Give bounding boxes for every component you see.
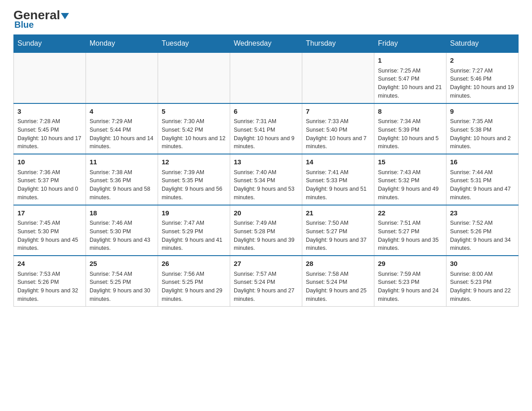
calendar-cell — [14, 52, 86, 103]
day-number: 4 — [90, 107, 154, 117]
day-info: Sunrise: 7:50 AM — [306, 219, 370, 227]
day-info: Daylight: 10 hours and 2 minutes. — [450, 134, 515, 151]
day-info: Daylight: 9 hours and 58 minutes. — [90, 185, 154, 202]
day-info: Daylight: 10 hours and 0 minutes. — [17, 185, 82, 202]
day-info: Sunrise: 7:36 AM — [17, 168, 82, 177]
day-number: 22 — [378, 208, 442, 218]
day-info: Sunset: 5:25 PM — [90, 278, 154, 287]
day-info: Daylight: 10 hours and 17 minutes. — [17, 134, 82, 151]
calendar-cell: 1Sunrise: 7:25 AMSunset: 5:47 PMDaylight… — [374, 52, 446, 103]
day-info: Daylight: 10 hours and 14 minutes. — [90, 134, 154, 151]
calendar-cell: 29Sunrise: 7:59 AMSunset: 5:23 PMDayligh… — [374, 256, 446, 306]
day-number: 6 — [234, 107, 298, 117]
calendar-cell: 14Sunrise: 7:41 AMSunset: 5:33 PMDayligh… — [302, 154, 374, 205]
day-info: Sunset: 5:40 PM — [306, 126, 370, 134]
day-number: 14 — [306, 157, 370, 167]
day-number: 27 — [234, 259, 298, 269]
calendar-cell: 6Sunrise: 7:31 AMSunset: 5:41 PMDaylight… — [230, 103, 302, 154]
week-row-2: 3Sunrise: 7:28 AMSunset: 5:45 PMDaylight… — [14, 103, 519, 154]
day-info: Sunrise: 7:31 AM — [234, 117, 298, 126]
calendar-cell: 2Sunrise: 7:27 AMSunset: 5:46 PMDaylight… — [446, 52, 519, 103]
calendar-cell — [302, 52, 374, 103]
day-info: Sunrise: 7:28 AM — [17, 117, 82, 126]
day-info: Sunset: 5:38 PM — [450, 126, 515, 134]
day-info: Sunrise: 7:33 AM — [306, 117, 370, 126]
day-header-sunday: Sunday — [14, 35, 86, 53]
calendar-cell: 25Sunrise: 7:54 AMSunset: 5:25 PMDayligh… — [86, 256, 158, 306]
calendar-cell: 12Sunrise: 7:39 AMSunset: 5:35 PMDayligh… — [158, 154, 230, 205]
calendar-cell: 27Sunrise: 7:57 AMSunset: 5:24 PMDayligh… — [230, 256, 302, 306]
day-number: 3 — [17, 107, 82, 117]
day-header-monday: Monday — [86, 35, 158, 53]
calendar-table: SundayMondayTuesdayWednesdayThursdayFrid… — [13, 34, 519, 307]
day-info: Daylight: 9 hours and 27 minutes. — [234, 287, 298, 304]
calendar-cell: 8Sunrise: 7:34 AMSunset: 5:39 PMDaylight… — [374, 103, 446, 154]
day-info: Sunrise: 7:43 AM — [378, 168, 442, 177]
day-info: Sunrise: 7:54 AM — [90, 270, 154, 278]
day-number: 12 — [162, 157, 226, 167]
day-info: Sunrise: 7:51 AM — [378, 219, 442, 227]
day-info: Sunrise: 7:35 AM — [450, 117, 515, 126]
day-info: Sunrise: 7:27 AM — [450, 67, 515, 75]
day-info: Sunset: 5:26 PM — [450, 227, 515, 236]
day-info: Daylight: 9 hours and 32 minutes. — [17, 287, 82, 304]
day-number: 29 — [378, 259, 442, 269]
week-row-1: 1Sunrise: 7:25 AMSunset: 5:47 PMDaylight… — [14, 52, 519, 103]
day-number: 17 — [17, 208, 82, 218]
day-number: 8 — [378, 107, 442, 117]
day-info: Sunset: 5:26 PM — [17, 278, 82, 287]
day-number: 23 — [450, 208, 515, 218]
day-header-saturday: Saturday — [446, 35, 519, 53]
day-info: Sunrise: 7:29 AM — [90, 117, 154, 126]
day-number: 28 — [306, 259, 370, 269]
day-info: Daylight: 9 hours and 29 minutes. — [162, 287, 226, 304]
calendar-cell: 13Sunrise: 7:40 AMSunset: 5:34 PMDayligh… — [230, 154, 302, 205]
day-info: Daylight: 9 hours and 43 minutes. — [90, 236, 154, 253]
calendar-cell: 24Sunrise: 7:53 AMSunset: 5:26 PMDayligh… — [14, 256, 86, 306]
day-number: 13 — [234, 157, 298, 167]
day-number: 5 — [162, 107, 226, 117]
day-info: Sunset: 5:29 PM — [162, 227, 226, 236]
day-number: 18 — [90, 208, 154, 218]
day-info: Sunset: 5:37 PM — [17, 176, 82, 185]
day-info: Sunset: 5:27 PM — [378, 227, 442, 236]
day-info: Sunset: 5:32 PM — [378, 176, 442, 185]
calendar-cell: 15Sunrise: 7:43 AMSunset: 5:32 PMDayligh… — [374, 154, 446, 205]
logo: General Blue — [13, 9, 69, 30]
week-row-4: 17Sunrise: 7:45 AMSunset: 5:30 PMDayligh… — [14, 205, 519, 256]
calendar-cell: 10Sunrise: 7:36 AMSunset: 5:37 PMDayligh… — [14, 154, 86, 205]
day-number: 26 — [162, 259, 226, 269]
day-info: Daylight: 9 hours and 25 minutes. — [306, 287, 370, 304]
day-number: 1 — [378, 56, 442, 66]
calendar-cell: 20Sunrise: 7:49 AMSunset: 5:28 PMDayligh… — [230, 205, 302, 256]
day-number: 10 — [17, 157, 82, 167]
day-info: Sunset: 5:25 PM — [162, 278, 226, 287]
day-info: Sunrise: 8:00 AM — [450, 270, 515, 278]
day-info: Sunset: 5:30 PM — [90, 227, 154, 236]
day-info: Sunset: 5:27 PM — [306, 227, 370, 236]
day-number: 25 — [90, 259, 154, 269]
day-number: 16 — [450, 157, 515, 167]
day-info: Sunrise: 7:39 AM — [162, 168, 226, 177]
calendar-cell — [86, 52, 158, 103]
day-info: Daylight: 9 hours and 41 minutes. — [162, 236, 226, 253]
day-info: Daylight: 9 hours and 22 minutes. — [450, 287, 515, 304]
day-info: Sunrise: 7:44 AM — [450, 168, 515, 177]
day-info: Sunset: 5:41 PM — [234, 126, 298, 134]
day-number: 2 — [450, 56, 515, 66]
day-info: Sunset: 5:24 PM — [234, 278, 298, 287]
day-info: Daylight: 9 hours and 35 minutes. — [378, 236, 442, 253]
day-info: Sunset: 5:33 PM — [306, 176, 370, 185]
day-info: Sunset: 5:36 PM — [90, 176, 154, 185]
day-info: Sunrise: 7:57 AM — [234, 270, 298, 278]
calendar-cell: 16Sunrise: 7:44 AMSunset: 5:31 PMDayligh… — [446, 154, 519, 205]
day-info: Sunset: 5:47 PM — [378, 75, 442, 83]
day-info: Sunrise: 7:25 AM — [378, 67, 442, 75]
day-info: Sunrise: 7:41 AM — [306, 168, 370, 177]
day-info: Daylight: 10 hours and 12 minutes. — [162, 134, 226, 151]
day-info: Daylight: 9 hours and 39 minutes. — [234, 236, 298, 253]
day-number: 21 — [306, 208, 370, 218]
day-info: Sunset: 5:42 PM — [162, 126, 226, 134]
day-info: Sunrise: 7:30 AM — [162, 117, 226, 126]
day-info: Daylight: 9 hours and 37 minutes. — [306, 236, 370, 253]
